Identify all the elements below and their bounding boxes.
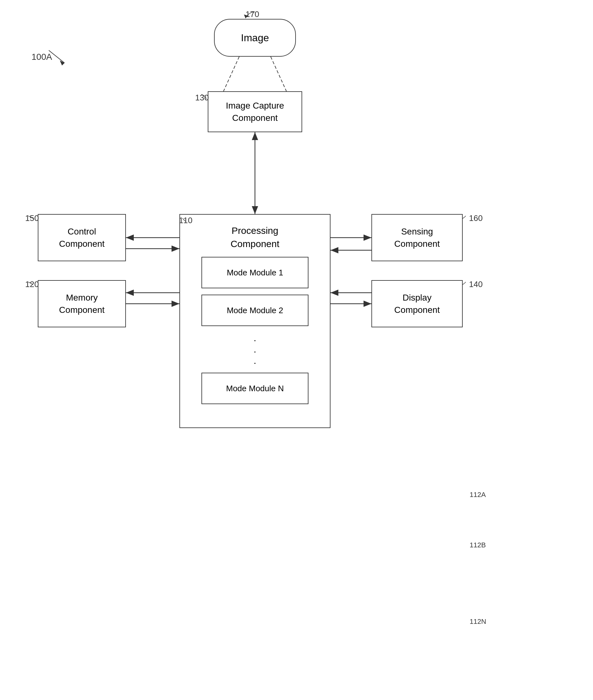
svg-marker-12 xyxy=(171,245,180,252)
svg-line-0 xyxy=(224,57,239,91)
ref-112a: 112A xyxy=(470,490,486,500)
mode2-label: Mode Module 2 xyxy=(227,305,283,316)
svg-marker-3 xyxy=(252,132,258,140)
processing-component: ProcessingComponent Mode Module 1 112A M… xyxy=(180,214,330,428)
image-label: Image xyxy=(241,31,269,45)
display-component: DisplayComponent xyxy=(371,280,463,327)
ref-112b: 112B xyxy=(470,540,486,550)
svg-marker-14 xyxy=(363,234,371,241)
sensing-label: SensingComponent xyxy=(394,225,440,250)
ref-110: 110 xyxy=(179,216,192,225)
svg-marker-18 xyxy=(363,301,371,307)
mode-module-1: Mode Module 1 xyxy=(201,257,309,288)
svg-line-1 xyxy=(271,57,286,91)
diagram: Image 170 Image CaptureComponent 130 Pro… xyxy=(0,0,593,700)
svg-marker-23 xyxy=(60,61,65,66)
svg-marker-10 xyxy=(126,289,134,296)
svg-marker-8 xyxy=(171,301,180,307)
modeN-label: Mode Module N xyxy=(226,383,284,394)
processing-label: ProcessingComponent xyxy=(186,224,324,250)
ref-170: 170 xyxy=(245,9,259,19)
svg-marker-4 xyxy=(252,206,258,214)
svg-marker-20 xyxy=(330,289,339,296)
image-capture-label: Image CaptureComponent xyxy=(226,100,284,124)
memory-component: MemoryComponent xyxy=(38,280,126,327)
svg-marker-6 xyxy=(126,234,134,241)
ref-112n: 112N xyxy=(470,617,486,627)
svg-marker-16 xyxy=(330,247,339,254)
sensing-component: SensingComponent xyxy=(371,214,463,261)
ref-130: 130 xyxy=(195,93,209,103)
memory-label: MemoryComponent xyxy=(59,291,105,316)
mode1-label: Mode Module 1 xyxy=(227,267,283,278)
image-capture-component: Image CaptureComponent xyxy=(208,91,302,132)
ref-100a: 100A xyxy=(32,52,52,62)
mode-module-n: Mode Module N xyxy=(201,373,309,404)
ref-140: 140 xyxy=(469,279,482,289)
control-label: ControlComponent xyxy=(59,225,105,250)
control-component: ControlComponent xyxy=(38,214,126,261)
display-label: DisplayComponent xyxy=(394,291,440,316)
image-component: Image xyxy=(214,19,296,57)
ref-120: 120 xyxy=(25,279,39,289)
ref-150: 150 xyxy=(25,213,39,223)
ref-160: 160 xyxy=(469,213,482,223)
ellipsis-dots: ... xyxy=(186,333,324,366)
mode-module-2: Mode Module 2 xyxy=(201,295,309,326)
